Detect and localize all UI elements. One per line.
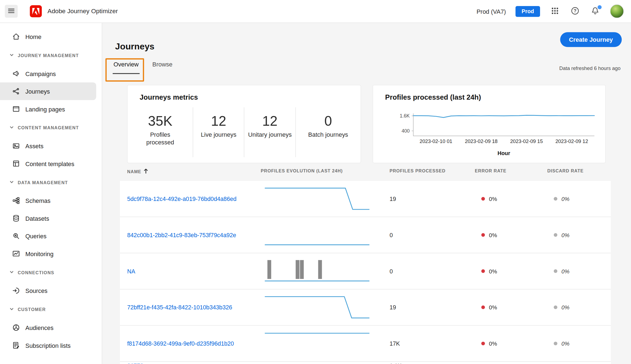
error-rate-value: 0% bbox=[489, 268, 497, 274]
error-rate-value: 0% bbox=[489, 340, 497, 347]
column-header-error-rate[interactable]: ERROR RATE bbox=[475, 169, 507, 173]
table-header: NAMEPROFILES EVOLUTION (LAST 24H)PROFILE… bbox=[120, 169, 611, 180]
metric-value: 0 bbox=[296, 112, 361, 130]
sidebar-section-customer[interactable]: CUSTOMER bbox=[0, 300, 102, 319]
chevron-down-icon bbox=[9, 180, 14, 185]
journey-name-link[interactable]: 5dc9f78a-12c4-492e-a019-76bd0d4a86ed bbox=[127, 195, 237, 202]
subscription-lists-icon bbox=[12, 341, 20, 349]
journey-name-link[interactable]: 26778 bbox=[127, 363, 143, 364]
page-title: Journeys bbox=[115, 41, 154, 52]
error-rate-value: 0% bbox=[489, 363, 497, 364]
column-header-profiles-evolution-last-24h[interactable]: PROFILES EVOLUTION (LAST 24H) bbox=[261, 169, 343, 173]
error-rate-dot bbox=[481, 197, 485, 200]
sidebar-section-journey-management[interactable]: JOURNEY MANAGEMENT bbox=[0, 46, 102, 65]
sidebar-item-label: Subscription lists bbox=[25, 342, 71, 349]
chart-x-axis-label: Hour bbox=[413, 150, 594, 156]
discard-rate-cell: 0% bbox=[554, 268, 569, 274]
app-title: Adobe Journey Optimizer bbox=[48, 8, 118, 15]
column-header-name[interactable]: NAME bbox=[127, 169, 148, 175]
discard-rate-cell: 0% bbox=[554, 232, 569, 238]
svg-text:2023-02-09 18: 2023-02-09 18 bbox=[465, 138, 497, 144]
chevron-down-icon bbox=[9, 307, 14, 312]
journey-name-link[interactable]: 842c00b1-2bb2-41c9-83eb-753f79c4a92e bbox=[127, 232, 236, 238]
sidebar-item-landing-pages[interactable]: Landing pages bbox=[0, 100, 96, 118]
discard-rate-dot bbox=[554, 233, 557, 237]
sidebar-section-label: JOURNEY MANAGEMENT bbox=[18, 53, 79, 58]
sidebar-item-label: Audiences bbox=[25, 324, 54, 331]
svg-text:1.6K: 1.6K bbox=[400, 113, 409, 119]
topbar-actions: Prod (VA7) Prod ? bbox=[477, 4, 624, 18]
app-root: Adobe Journey Optimizer Prod (VA7) Prod bbox=[0, 0, 631, 364]
column-header-label: ERROR RATE bbox=[475, 169, 507, 173]
error-rate-cell: 0% bbox=[481, 304, 497, 310]
adobe-logo-icon[interactable] bbox=[30, 5, 42, 17]
metric-label: Unitary journeys bbox=[245, 131, 295, 138]
hamburger-menu-button[interactable] bbox=[5, 5, 18, 18]
user-avatar[interactable] bbox=[610, 4, 624, 18]
sidebar-item-sources[interactable]: Sources bbox=[0, 282, 96, 299]
discard-rate-dot bbox=[554, 306, 557, 309]
profiles-processed-chart: 1.6K4002023-02-10 012023-02-09 182023-02… bbox=[389, 110, 598, 150]
discard-rate-cell: 0% bbox=[554, 304, 569, 310]
sidebar-section-content-management[interactable]: CONTENT MANAGEMENT bbox=[0, 119, 102, 137]
help-button[interactable]: ? bbox=[570, 6, 580, 16]
column-header-profiles-processed[interactable]: PROFILES PROCESSED bbox=[389, 169, 445, 173]
chevron-down-icon bbox=[9, 53, 14, 58]
table-row-partial: 267781.1K0%0% bbox=[120, 362, 611, 364]
metric-value: 12 bbox=[245, 112, 295, 130]
datasets-icon bbox=[12, 214, 20, 222]
audiences-icon bbox=[12, 324, 20, 332]
tab-overview[interactable]: Overview bbox=[113, 61, 139, 74]
sidebar-item-datasets[interactable]: Datasets bbox=[0, 209, 96, 227]
table-row: NA00%0% bbox=[120, 253, 611, 289]
table-row: 842c00b1-2bb2-41c9-83eb-753f79c4a92e00%0… bbox=[120, 217, 611, 253]
sidebar-section-connections[interactable]: CONNECTIONS bbox=[0, 263, 102, 282]
data-refreshed-text: Data refreshed 6 hours ago bbox=[559, 66, 621, 71]
sidebar-item-monitoring[interactable]: Monitoring bbox=[0, 245, 96, 262]
sidebar-item-label: Home bbox=[25, 33, 41, 40]
environment-badge[interactable]: Prod bbox=[516, 6, 540, 17]
main-content: Journeys Create Journey OverviewBrowse D… bbox=[102, 23, 631, 364]
discard-rate-dot bbox=[554, 197, 557, 200]
sidebar-item-home[interactable]: Home bbox=[0, 28, 96, 45]
journey-name-link[interactable]: NA bbox=[127, 268, 135, 274]
discard-rate-value: 0% bbox=[561, 340, 570, 347]
discard-rate-value: 0% bbox=[561, 363, 570, 364]
sidebar-item-label: Monitoring bbox=[25, 250, 54, 257]
profiles-processed-value: 17K bbox=[389, 340, 400, 347]
sidebar-item-campaigns[interactable]: Campaigns bbox=[0, 65, 96, 82]
profiles-evolution-sparkline bbox=[265, 295, 369, 320]
sidebar-item-audiences[interactable]: Audiences bbox=[0, 319, 96, 336]
journey-name-link[interactable]: 72bff21e-f435-42fa-8422-1010b343b326 bbox=[127, 304, 232, 310]
apps-grid-button[interactable] bbox=[550, 6, 560, 16]
sidebar-item-queries[interactable]: Queries bbox=[0, 227, 96, 245]
sidebar-item-schemas[interactable]: Schemas bbox=[0, 192, 96, 209]
journeys-table: 5dc9f78a-12c4-492e-a019-76bd0d4a86ed190%… bbox=[120, 181, 611, 364]
column-header-discard-rate[interactable]: DISCARD RATE bbox=[547, 169, 583, 173]
column-header-label: PROFILES PROCESSED bbox=[389, 169, 445, 173]
error-rate-cell: 0% bbox=[481, 232, 497, 238]
svg-text:2023-02-09 12: 2023-02-09 12 bbox=[555, 138, 588, 144]
chevron-down-icon bbox=[9, 270, 14, 275]
profiles-evolution-sparkline bbox=[265, 222, 369, 248]
sidebar-item-journeys[interactable]: Journeys bbox=[0, 82, 96, 100]
sidebar-item-content-templates[interactable]: Content templates bbox=[0, 155, 96, 172]
error-rate-cell: 0% bbox=[481, 268, 497, 274]
sidebar-section-data-management[interactable]: DATA MANAGEMENT bbox=[0, 173, 102, 192]
tab-browse[interactable]: Browse bbox=[151, 61, 173, 74]
create-journey-button[interactable]: Create Journey bbox=[560, 32, 622, 47]
sidebar-item-assets[interactable]: Assets bbox=[0, 137, 96, 155]
discard-rate-value: 0% bbox=[561, 304, 570, 310]
journey-name-link[interactable]: f8174d68-3692-499a-9ef0-d235f96d1b20 bbox=[127, 340, 234, 347]
profiles-processed-value: 0 bbox=[389, 232, 393, 238]
error-rate-dot bbox=[481, 306, 485, 309]
metric-label: Live journeys bbox=[194, 131, 243, 138]
column-header-label: PROFILES EVOLUTION (LAST 24H) bbox=[261, 169, 343, 173]
sidebar-section-label: CUSTOMER bbox=[18, 307, 46, 312]
table-row: 72bff21e-f435-42fa-8422-1010b343b326190%… bbox=[120, 289, 611, 326]
notifications-button[interactable] bbox=[590, 6, 600, 16]
metric-profiles-processed: 35KProfiles processed bbox=[128, 107, 193, 157]
svg-text:400: 400 bbox=[402, 128, 410, 134]
environment-label: Prod (VA7) bbox=[477, 8, 506, 15]
sidebar-item-subscription-lists[interactable]: Subscription lists bbox=[0, 337, 96, 354]
